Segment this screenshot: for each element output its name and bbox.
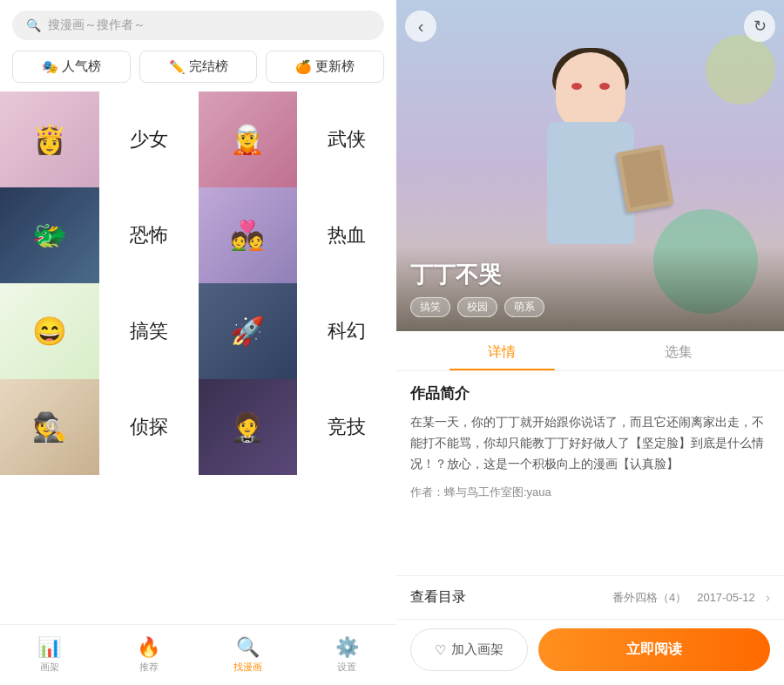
- left-panel: 🔍 搜漫画～搜作者～ 🎭 人气榜 ✏️ 完结榜 🍊 更新榜 👸 少女: [0, 0, 396, 685]
- genre-label-wuxia[interactable]: 武侠: [297, 92, 396, 187]
- manga-title: 丁丁不哭: [410, 260, 770, 290]
- character-eye-left: [571, 83, 582, 90]
- catalog-date: 2017-05-12: [697, 591, 755, 604]
- tab-completed-icon: ✏️: [169, 59, 186, 75]
- hero-overlay: 丁丁不哭 搞笑 校园 萌系: [396, 246, 784, 331]
- search-bar[interactable]: 🔍 搜漫画～搜作者～: [12, 10, 384, 40]
- genre-image-detective[interactable]: 🕵️: [0, 379, 99, 475]
- bookshelf-icon: 📊: [37, 636, 61, 659]
- manga-tags: 搞笑 校园 萌系: [410, 297, 770, 317]
- nav-bookshelf-label: 画架: [40, 661, 59, 674]
- detail-content: 作品简介 在某一天，你的丁丁就开始跟你说话了，而且它还闹离家出走，不能打不能骂，…: [396, 371, 784, 575]
- character-head: [556, 52, 625, 131]
- genre-label-comedy[interactable]: 搞笑: [99, 283, 199, 379]
- genre-image-comedy[interactable]: 😄: [0, 283, 99, 379]
- tag-comedy[interactable]: 搞笑: [410, 297, 450, 317]
- tab-detail[interactable]: 详情: [414, 331, 591, 370]
- genre-label-action[interactable]: 热血: [297, 187, 396, 283]
- hero-decoration-circle2: [706, 35, 775, 105]
- bottom-nav: 📊 画架 🔥 推荐 🔍 找漫画 ⚙️ 设置: [0, 624, 396, 685]
- recommend-icon: 🔥: [137, 636, 160, 659]
- search-placeholder: 搜漫画～搜作者～: [48, 17, 145, 33]
- genre-label-scifi[interactable]: 科幻: [297, 283, 396, 379]
- settings-icon: ⚙️: [335, 636, 359, 659]
- tab-completed[interactable]: ✏️ 完结榜: [139, 51, 258, 83]
- tab-buttons: 🎭 人气榜 ✏️ 完结榜 🍊 更新榜: [12, 51, 384, 83]
- tag-school[interactable]: 校园: [457, 297, 497, 317]
- manga-description: 在某一天，你的丁丁就开始跟你说话了，而且它还闹离家出走，不能打不能骂，你却只能教…: [410, 412, 770, 474]
- nav-recommend[interactable]: 🔥 推荐: [99, 636, 199, 674]
- find-icon: 🔍: [236, 636, 260, 659]
- character-eye-right: [599, 83, 610, 90]
- section-title: 作品简介: [410, 383, 770, 404]
- genre-label-horror[interactable]: 恐怖: [99, 187, 199, 283]
- genre-label-sports[interactable]: 竞技: [297, 379, 396, 475]
- genre-grid-container: 👸 少女 🧝 武侠 🐲 恐怖 💑 热血: [0, 92, 396, 624]
- nav-find[interactable]: 🔍 找漫画: [199, 636, 298, 674]
- action-bar: ♡ 加入画架 立即阅读: [396, 619, 784, 685]
- catalog-meta: 番外四格（4） 2017-05-12 ›: [612, 590, 770, 606]
- tab-popularity-icon: 🎭: [42, 59, 58, 75]
- nav-find-label: 找漫画: [233, 661, 262, 674]
- heart-icon: ♡: [435, 642, 446, 658]
- read-now-button[interactable]: 立即阅读: [538, 628, 770, 671]
- nav-settings-label: 设置: [337, 661, 356, 674]
- manga-author: 作者：蜂与鸟工作室图:yaua: [410, 485, 770, 500]
- refresh-button[interactable]: ↻: [744, 10, 775, 42]
- search-icon: 🔍: [26, 18, 41, 32]
- genre-grid: 👸 少女 🧝 武侠 🐲 恐怖 💑 热血: [0, 92, 396, 475]
- catalog-row[interactable]: 查看目录 番外四格（4） 2017-05-12 ›: [396, 575, 784, 619]
- tab-updated-icon: 🍊: [295, 59, 312, 75]
- genre-image-horror[interactable]: 🐲: [0, 187, 99, 283]
- catalog-arrow-icon: ›: [766, 590, 770, 606]
- nav-settings[interactable]: ⚙️ 设置: [297, 636, 396, 674]
- genre-image-girl[interactable]: 👸: [0, 92, 99, 187]
- genre-image-scifi[interactable]: 🚀: [199, 283, 298, 379]
- genre-image-action[interactable]: 💑: [199, 187, 298, 283]
- genre-label-girl[interactable]: 少女: [99, 92, 199, 187]
- tab-updated-label: 更新榜: [315, 58, 355, 75]
- tab-episodes[interactable]: 选集: [591, 331, 767, 370]
- catalog-label: 查看目录: [410, 588, 466, 607]
- manga-hero: ‹ ↻ 丁丁不哭 搞笑 校园 萌系: [396, 0, 784, 331]
- tab-completed-label: 完结榜: [189, 58, 228, 75]
- back-button[interactable]: ‹: [405, 10, 436, 42]
- genre-image-sports[interactable]: 🤵: [199, 379, 298, 475]
- detail-tabs: 详情 选集: [396, 331, 784, 371]
- tab-popularity-label: 人气榜: [62, 58, 101, 75]
- nav-recommend-label: 推荐: [139, 661, 159, 674]
- favorite-button[interactable]: ♡ 加入画架: [410, 628, 528, 671]
- tab-popularity[interactable]: 🎭 人气榜: [12, 51, 131, 83]
- catalog-episode: 番外四格（4）: [612, 590, 686, 606]
- nav-bookshelf[interactable]: 📊 画架: [0, 636, 99, 674]
- genre-image-wuxia[interactable]: 🧝: [199, 92, 298, 187]
- favorite-label: 加入画架: [451, 641, 504, 658]
- character-book: [616, 145, 673, 213]
- genre-label-detective[interactable]: 侦探: [99, 379, 199, 475]
- right-panel: ‹ ↻ 丁丁不哭 搞笑 校园 萌系 详情 选集 作品简介 在某一天，你的丁丁就开…: [396, 0, 784, 685]
- tag-cute[interactable]: 萌系: [504, 297, 544, 317]
- tab-updated[interactable]: 🍊 更新榜: [266, 51, 384, 83]
